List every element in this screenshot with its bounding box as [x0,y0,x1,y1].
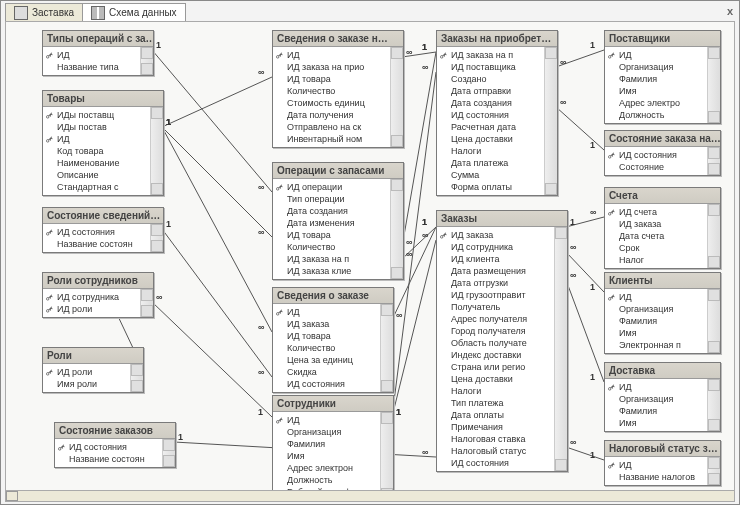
field-row[interactable]: ⚷ИД [276,414,377,426]
table-scrollbar[interactable] [554,227,567,471]
table-t_tip_op[interactable]: Типы операций с за…⚷ИДНазвание типа [42,30,154,76]
field-row[interactable]: ИД состояния [440,109,541,121]
field-row[interactable]: Создано [440,73,541,85]
table-scrollbar[interactable] [380,304,393,392]
field-row[interactable]: ⚷ИД заказа [440,229,551,241]
table-scrollbar[interactable] [707,457,720,485]
field-row[interactable]: Срок [608,242,704,254]
field-row[interactable]: Получатель [440,301,551,313]
table-scrollbar[interactable] [544,47,557,195]
field-row[interactable]: ⚷ИД [46,133,147,145]
field-row[interactable]: Дата размещения [440,265,551,277]
field-row[interactable]: Количество [276,342,377,354]
field-row[interactable]: Дата оплаты [440,409,551,421]
field-row[interactable]: Фамилия [276,438,377,450]
table-scrollbar[interactable] [707,289,720,353]
field-row[interactable]: Дата платежа [440,157,541,169]
field-row[interactable]: Дата отгрузки [440,277,551,289]
field-row[interactable]: Адрес получателя [440,313,551,325]
field-row[interactable]: Тип операции [276,193,387,205]
table-title[interactable]: Клиенты [605,273,720,289]
field-row[interactable]: Имя роли [46,378,127,390]
table-t_sotr[interactable]: Сотрудники⚷ИДОрганизацияФамилияИмяАдрес … [272,395,394,492]
table-t_dostavka[interactable]: Доставка⚷ИДОрганизацияФамилияИмя [604,362,721,432]
field-row[interactable]: Отправлено на ск [276,121,387,133]
field-row[interactable]: Тип платежа [440,397,551,409]
table-t_nalog[interactable]: Налоговый статус з…⚷ИДНазвание налогов [604,440,721,486]
horizontal-scrollbar[interactable] [5,490,735,502]
field-row[interactable]: ИД заказа клие [276,265,387,277]
field-row[interactable]: ⚷ИД операции [276,181,387,193]
field-row[interactable]: Электронная п [608,339,704,351]
field-row[interactable]: ⚷ИД сотрудника [46,291,137,303]
field-row[interactable]: Фамилия [608,73,704,85]
table-t_roli[interactable]: Роли⚷ИД ролиИмя роли [42,347,144,393]
table-scrollbar[interactable] [150,107,163,195]
table-t_post[interactable]: Поставщики⚷ИДОрганизацияФамилияИмяАдрес … [604,30,721,124]
table-title[interactable]: Сведения о заказе [273,288,393,304]
field-row[interactable]: ⚷ИД [276,49,387,61]
table-title[interactable]: Роли сотрудников [43,273,153,289]
table-title[interactable]: Заказы [437,211,567,227]
table-scrollbar[interactable] [707,379,720,431]
field-row[interactable]: Инвентарный ном [276,133,387,145]
field-row[interactable]: Название состоян [46,238,147,250]
table-title[interactable]: Операции с запасами [273,163,403,179]
field-row[interactable]: ИД товара [276,229,387,241]
field-row[interactable]: ⚷ИД состояния [608,149,704,161]
field-row[interactable]: Организация [608,393,704,405]
table-title[interactable]: Доставка [605,363,720,379]
field-row[interactable]: ⚷ИД состояния [46,226,147,238]
table-scrollbar[interactable] [707,147,720,175]
field-row[interactable]: Имя [608,327,704,339]
table-t_sved_zak[interactable]: Сведения о заказе⚷ИДИД заказаИД товараКо… [272,287,394,393]
field-row[interactable]: Адрес электрон [276,462,377,474]
field-row[interactable]: ⚷ИД роли [46,366,127,378]
table-scrollbar[interactable] [380,412,393,492]
field-row[interactable]: ИД клиента [440,253,551,265]
table-t_op_zap[interactable]: Операции с запасами⚷ИД операцииТип опера… [272,162,404,280]
table-title[interactable]: Состояние заказов [55,423,175,439]
table-title[interactable]: Поставщики [605,31,720,47]
field-row[interactable]: Количество [276,241,387,253]
field-row[interactable]: ⚷ИД счета [608,206,704,218]
table-scrollbar[interactable] [162,439,175,467]
field-row[interactable]: Форма оплаты [440,181,541,193]
field-row[interactable]: ИД заказа на прио [276,61,387,73]
field-row[interactable]: ИД товара [276,73,387,85]
table-t_sost_zak_n[interactable]: Состояние заказа на…⚷ИД состоянияСостоян… [604,130,721,176]
field-row[interactable]: ⚷ИД [608,291,704,303]
field-row[interactable]: Расчетная дата [440,121,541,133]
table-scrollbar[interactable] [707,47,720,123]
table-title[interactable]: Заказы на приобрет… [437,31,557,47]
table-t_sved_zak_n[interactable]: Сведения о заказе н…⚷ИДИД заказа на прио… [272,30,404,148]
table-scrollbar[interactable] [390,47,403,147]
field-row[interactable]: Дата создания [440,97,541,109]
field-row[interactable]: Состояние [608,161,704,173]
field-row[interactable]: Должность [608,109,704,121]
tab-relationships[interactable]: Схема данных [82,3,186,21]
table-t_sost_sved[interactable]: Состояние сведений…⚷ИД состоянияНазвание… [42,207,164,253]
table-scrollbar[interactable] [150,224,163,252]
table-scrollbar[interactable] [707,204,720,268]
field-row[interactable]: ⚷ИД заказа на п [440,49,541,61]
field-row[interactable]: Индекс доставки [440,349,551,361]
field-row[interactable]: ИД заказа на п [276,253,387,265]
field-row[interactable]: Название состоян [58,453,159,465]
table-title[interactable]: Роли [43,348,143,364]
table-title[interactable]: Состояние заказа на… [605,131,720,147]
field-row[interactable]: Название налогов [608,471,704,483]
field-row[interactable]: Имя [608,417,704,429]
table-title[interactable]: Сведения о заказе н… [273,31,403,47]
field-row[interactable]: Налоги [440,385,551,397]
field-row[interactable]: Дата отправки [440,85,541,97]
field-row[interactable]: ⚷ИД [608,49,704,61]
field-row[interactable]: Имя [608,85,704,97]
table-title[interactable]: Налоговый статус з… [605,441,720,457]
field-row[interactable]: Организация [276,426,377,438]
field-row[interactable]: Налоги [440,145,541,157]
field-row[interactable]: Дата создания [276,205,387,217]
field-row[interactable]: ИД поставщика [440,61,541,73]
field-row[interactable]: Цена доставки [440,133,541,145]
field-row[interactable]: Примечания [440,421,551,433]
